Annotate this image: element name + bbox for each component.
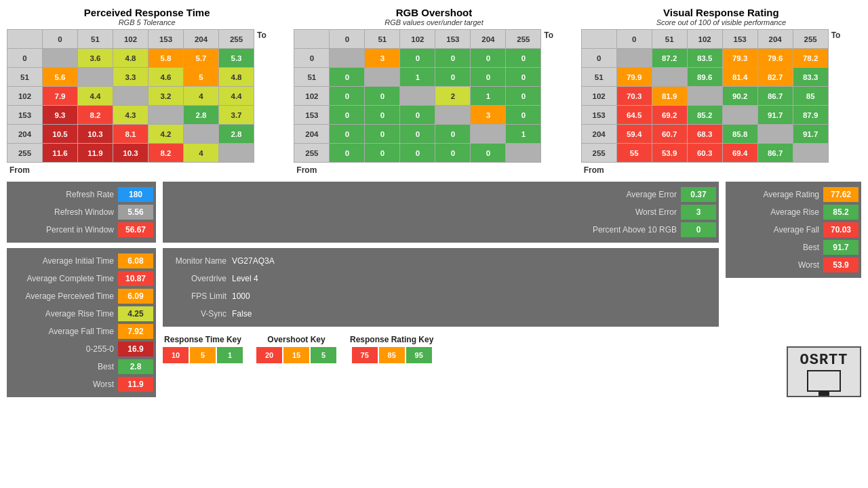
os-title: RGB Overshoot: [294, 7, 574, 18]
os-body-cell-2-0: 0: [330, 87, 365, 106]
vrr-h102: 102: [687, 30, 722, 49]
overshoot-key: Overshoot Key 20155: [256, 335, 336, 363]
prt-body-cell-0-1: 3.6: [78, 49, 113, 68]
stat-row-4: Average Fall Time7.92: [7, 323, 156, 340]
prt-h255: 255: [219, 30, 254, 49]
os-body-cell-5-2: 0: [400, 144, 435, 163]
vrr-body-cell-0-4: 79.6: [757, 49, 793, 68]
os-body-cell-4-0: 0: [330, 125, 365, 144]
os-body-cell-5-3: 0: [435, 144, 471, 163]
prt-title: Perceived Response Time: [7, 7, 287, 18]
os-body-row-header-1: 51: [294, 68, 330, 87]
prt-body-cell-0-2: 4.8: [113, 49, 149, 68]
os-body-cell-3-2: 0: [400, 106, 435, 125]
stat-value-1: 10.87: [118, 271, 153, 286]
vrr-body-cell-1-2: 89.6: [687, 68, 722, 87]
os-body-cell-1-2: 1: [400, 68, 435, 87]
prt-h153: 153: [149, 30, 184, 49]
prt-body-cell-1-5: 4.8: [219, 68, 254, 87]
vrr-body-cell-4-1: 60.7: [652, 125, 687, 144]
prt-body-cell-4-0: 10.5: [43, 125, 78, 144]
stat-label-2: Percent in Window: [9, 225, 118, 235]
prt-h102: 102: [113, 30, 149, 49]
stat-label-1: Refresh Window: [9, 207, 118, 217]
visual-response-rating-section: Visual Response Rating Score out of 100 …: [581, 7, 861, 176]
stat-value-1: 85.2: [823, 205, 859, 220]
stat-label-1: Worst Error: [165, 207, 681, 217]
os-body-cell-0-4: 0: [471, 49, 506, 68]
monitor-value-0: VG27AQ3A: [232, 256, 275, 266]
prt-body-cell-3-3: [149, 106, 184, 125]
stat-value-0: 0.37: [681, 187, 716, 202]
monitor-row-1: OverdriveLevel 4: [168, 270, 713, 287]
os-body-cell-4-4: [471, 125, 506, 144]
vrr-h0: 0: [616, 30, 652, 49]
bottom-row: Refresh Rate180Refresh Window5.56Percent…: [7, 182, 861, 397]
stat-label-4: Worst: [728, 260, 823, 270]
center-bottom: Average Error0.37Worst Error3Percent Abo…: [163, 182, 719, 397]
stat-value-3: 91.7: [823, 240, 859, 255]
prt-body-cell-2-4: 4: [184, 87, 219, 106]
prt-body-cell-3-4: 2.8: [184, 106, 219, 125]
vrr-body-cell-3-1: 69.2: [652, 106, 687, 125]
vrr-body-cell-5-4: 86.7: [757, 144, 793, 163]
key-box-1: 85: [379, 347, 405, 363]
os-body-row-header-5: 255: [294, 144, 330, 163]
keys-section: Response Time Key 1051 Overshoot Key 201…: [163, 332, 719, 363]
prt-body-row-header-4: 204: [7, 125, 43, 144]
vrr-body-cell-5-1: 53.9: [652, 144, 687, 163]
prt-body-cell-2-2: [113, 87, 149, 106]
prt-subtitle: RGB 5 Tolerance: [7, 18, 287, 26]
stat-row-2: Percent Above 10 RGB0: [163, 221, 719, 239]
vrr-title: Visual Response Rating: [581, 7, 861, 18]
rt-key-title: Response Time Key: [164, 335, 241, 344]
stat-value-5: 16.9: [118, 342, 153, 357]
prt-body-cell-0-3: 5.8: [149, 49, 184, 68]
rating-panel: Average Rating77.62Average Rise85.2Avera…: [726, 182, 861, 278]
stat-row-3: Average Rise Time4.25: [7, 305, 156, 323]
vrr-body-cell-0-2: 83.5: [687, 49, 722, 68]
vrr-body-cell-2-2: [687, 87, 722, 106]
prt-h0: 0: [43, 30, 78, 49]
vrr-h51: 51: [652, 30, 687, 49]
os-body-cell-5-5: [506, 144, 541, 163]
prt-body-cell-1-1: [78, 68, 113, 87]
vrr-body-cell-1-1: [652, 68, 687, 87]
prt-body-cell-2-1: 4.4: [78, 87, 113, 106]
vrr-body-cell-5-5: [793, 144, 828, 163]
prt-body-cell-5-4: 4: [184, 144, 219, 163]
perceived-response-time-section: Perceived Response Time RGB 5 Tolerance …: [7, 7, 287, 176]
vrr-to-label: To: [829, 29, 844, 41]
stat-label-5: 0-255-0: [9, 344, 118, 354]
vrr-body-cell-1-0: 79.9: [616, 68, 652, 87]
stat-row-1: Worst Error3: [163, 203, 719, 221]
os-body-row-header-3: 153: [294, 106, 330, 125]
vrr-body-cell-2-1: 81.9: [652, 87, 687, 106]
os-key-title: Overshoot Key: [267, 335, 325, 344]
os-h153: 153: [435, 30, 471, 49]
prt-body-cell-4-3: 4.2: [149, 125, 184, 144]
os-body-cell-0-1: 3: [365, 49, 400, 68]
vrr-body-cell-1-3: 81.4: [722, 68, 757, 87]
os-body-cell-4-2: 0: [400, 125, 435, 144]
os-body-row-header-0: 0: [294, 49, 330, 68]
stat-label-6: Best: [9, 362, 118, 371]
vrr-body-cell-3-0: 64.5: [616, 106, 652, 125]
stat-row-1: Average Complete Time10.87: [7, 270, 156, 287]
prt-body-cell-4-1: 10.3: [78, 125, 113, 144]
monitor-label-0: Monitor Name: [171, 256, 232, 266]
key-box-0: 20: [256, 347, 282, 363]
vrr-h255: 255: [793, 30, 828, 49]
key-box-1: 15: [283, 347, 309, 363]
stat-row-1: Average Rise85.2: [726, 203, 861, 221]
prt-corner: [7, 30, 43, 49]
vrr-body-row-header-2: 102: [581, 87, 616, 106]
prt-body-cell-0-5: 5.3: [219, 49, 254, 68]
stat-value-0: 6.08: [118, 253, 153, 268]
vrr-body-cell-3-2: 85.2: [687, 106, 722, 125]
stat-row-4: Worst53.9: [726, 256, 861, 274]
prt-body-row-header-1: 51: [7, 68, 43, 87]
os-to-label: To: [541, 29, 556, 41]
os-from-label: From: [294, 164, 574, 176]
stat-row-0: Average Error0.37: [163, 186, 719, 203]
